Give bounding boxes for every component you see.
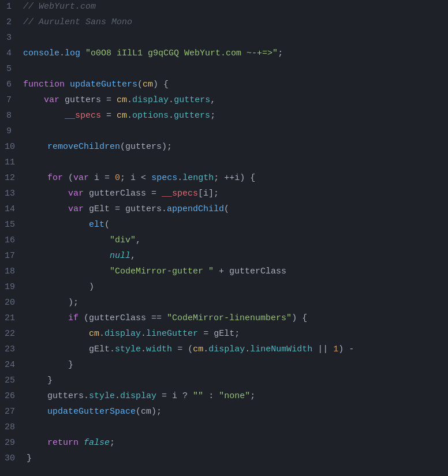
code-line: 27 updateGutterSpace(cm); xyxy=(0,405,448,421)
code-line: 26 gutters.style.display = i ? "" : "non… xyxy=(0,389,448,405)
code-line: 1// WebYurt.com xyxy=(0,0,448,16)
token: ; xyxy=(110,438,115,448)
line-number: 22 xyxy=(0,327,24,340)
token: cm xyxy=(89,329,99,339)
token: gutters xyxy=(174,111,210,121)
token: updateGutterSpace xyxy=(47,407,136,417)
code-line: 11 xyxy=(0,156,448,171)
line-content xyxy=(24,156,448,169)
code-line: 22 cm.display.lineGutter = gElt; xyxy=(0,327,448,343)
token: [i]; xyxy=(198,189,219,198)
token: display xyxy=(208,344,245,354)
token: ; i < xyxy=(120,173,151,183)
token: ( xyxy=(104,220,110,230)
line-number: 29 xyxy=(0,436,24,449)
token: i = xyxy=(89,173,115,183)
token: gElt xyxy=(89,344,110,354)
token: style xyxy=(89,391,115,401)
token xyxy=(80,48,85,58)
code-line: 18 "CodeMirror-gutter " + gutterClass xyxy=(0,265,448,280)
line-number: 1 xyxy=(0,0,21,13)
line-content: } xyxy=(24,358,448,372)
code-line: 24 } xyxy=(0,358,448,374)
code-line: 10 removeChildren(gutters); xyxy=(0,140,448,156)
token: (gutterClass == xyxy=(79,313,167,323)
token: for xyxy=(47,173,63,183)
code-line: 23 gElt.style.width = (cm.display.lineNu… xyxy=(0,343,448,358)
token: appendChild xyxy=(167,204,224,214)
token: . xyxy=(127,111,132,121)
token: __specs xyxy=(162,189,198,198)
code-line: 12 for (var i = 0; i < specs.length; ++i… xyxy=(0,171,448,187)
code-line: 20 ); xyxy=(0,296,448,312)
token: // WebYurt.com xyxy=(23,2,96,12)
token: false xyxy=(84,438,110,448)
token: ( xyxy=(63,173,73,183)
token: . xyxy=(169,111,174,121)
token: } xyxy=(27,453,32,463)
token xyxy=(27,235,110,245)
token: ; xyxy=(278,48,283,58)
line-number: 6 xyxy=(0,78,21,91)
token: return xyxy=(47,438,79,448)
line-content: console.log "o0O8 iIlL1 g9qCGQ WebYurt.c… xyxy=(21,47,448,60)
token: removeChildren xyxy=(47,142,120,152)
token: cm xyxy=(193,344,203,354)
token: "o0O8 iIlL1 g9qCGQ WebYurt.com ~-+=>" xyxy=(85,48,278,58)
token: . xyxy=(177,173,182,183)
token xyxy=(79,438,84,448)
line-number: 9 xyxy=(0,125,21,138)
token: . xyxy=(245,344,250,354)
token: , xyxy=(130,251,136,261)
token xyxy=(27,204,68,214)
token: , xyxy=(210,95,215,105)
line-number: 23 xyxy=(0,343,24,356)
token: // Aurulent Sans Mono xyxy=(23,17,132,27)
token xyxy=(27,220,89,230)
token: elt xyxy=(89,220,104,230)
code-line: 15 elt( xyxy=(0,218,448,234)
token xyxy=(27,267,110,276)
token: ( xyxy=(224,204,229,214)
line-number: 27 xyxy=(0,405,24,418)
token: . xyxy=(59,48,65,58)
token: specs xyxy=(151,173,177,183)
token: || xyxy=(312,344,333,354)
token: ) { xyxy=(292,313,307,323)
token: gutters = xyxy=(59,95,117,105)
line-number: 30 xyxy=(0,452,24,465)
line-content: // Aurulent Sans Mono xyxy=(21,16,448,29)
token: __specs xyxy=(65,111,101,121)
token: log xyxy=(65,48,80,58)
token: : xyxy=(203,391,219,401)
code-line: 19 ) xyxy=(0,280,448,296)
code-editor: 1// WebYurt.com2// Aurulent Sans Mono3 4… xyxy=(0,0,448,476)
line-number: 10 xyxy=(0,140,24,153)
token: "none" xyxy=(219,391,250,401)
token xyxy=(27,142,47,152)
line-number: 25 xyxy=(0,374,24,387)
line-number: 7 xyxy=(0,93,21,107)
code-line: 9 xyxy=(0,125,448,140)
line-content: var gElt = gutters.appendChild( xyxy=(24,203,448,216)
token: } xyxy=(47,376,53,385)
token: function xyxy=(23,80,65,89)
token: var xyxy=(73,173,89,183)
code-line: 17 null, xyxy=(0,249,448,265)
token: updateGutters xyxy=(70,80,137,89)
token xyxy=(27,298,68,308)
token xyxy=(27,438,47,448)
code-line: 3 xyxy=(0,31,448,47)
code-line: 25 } xyxy=(0,374,448,389)
token: . xyxy=(203,344,208,354)
token: ; xyxy=(210,111,215,121)
line-content: if (gutterClass == "CodeMirror-linenumbe… xyxy=(24,312,448,325)
line-number: 16 xyxy=(0,234,24,247)
token: gutters. xyxy=(27,391,89,401)
line-number: 28 xyxy=(0,421,24,434)
code-line: 2// Aurulent Sans Mono xyxy=(0,16,448,31)
token: cm xyxy=(143,80,153,89)
token: gutterClass = xyxy=(84,189,162,198)
line-content: function updateGutters(cm) { xyxy=(21,78,448,91)
line-number: 5 xyxy=(0,62,21,76)
